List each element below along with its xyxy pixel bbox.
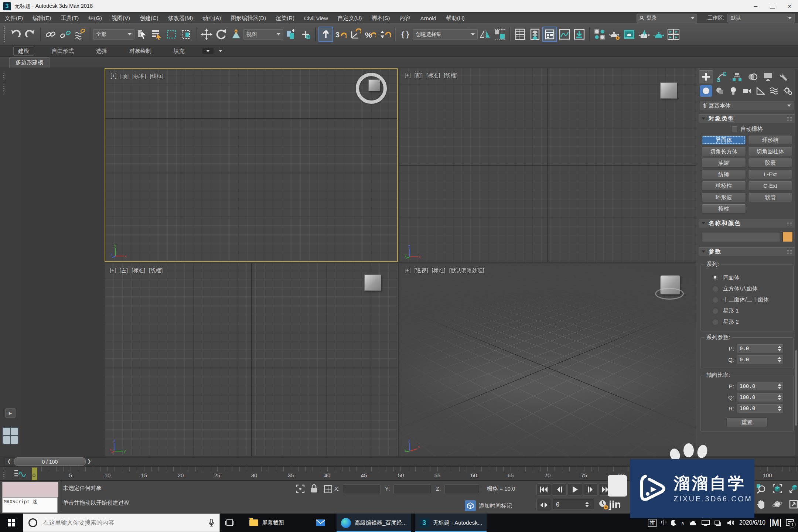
menu-civil-view[interactable]: Civil View: [299, 13, 333, 24]
helpers-category-icon[interactable]: [754, 85, 767, 97]
ribbon-tab-freeform[interactable]: 自由形式: [47, 47, 78, 55]
hedra-button[interactable]: 异面体: [702, 135, 746, 145]
ribbon-tab-modeling[interactable]: 建模: [13, 47, 34, 56]
zoom-extents-all-icon[interactable]: [787, 482, 798, 495]
radio-icon[interactable]: [712, 318, 719, 325]
reference-coordinate-dropdown[interactable]: 视图: [243, 29, 283, 40]
menu-animation[interactable]: 动画(A): [198, 13, 226, 24]
menu-help[interactable]: 帮助(H): [441, 13, 470, 24]
viewport-menu-view[interactable]: [顶]: [120, 73, 129, 80]
current-frame-field[interactable]: 0: [553, 499, 594, 510]
display-tray-icon[interactable]: [702, 520, 710, 526]
zoom-icon[interactable]: [754, 482, 768, 495]
viewport-menu-standard[interactable]: [标准]: [426, 72, 440, 79]
angle-snap-toggle-icon[interactable]: [348, 27, 363, 42]
capsule-button[interactable]: 胶囊: [748, 158, 792, 168]
dock-drag-handle[interactable]: [3, 71, 5, 93]
render-setup-icon[interactable]: [607, 27, 622, 42]
object-type-rollout-header[interactable]: 对象类型: [699, 114, 795, 123]
spinner-snap-toggle-icon[interactable]: [378, 27, 392, 42]
category-dropdown[interactable]: 扩展基本体: [700, 100, 794, 111]
viewport-menu-plus[interactable]: [+]: [405, 72, 411, 79]
ribbon-panel-polygon-modeling[interactable]: 多边形建模: [9, 57, 50, 68]
shapes-category-icon[interactable]: [713, 85, 726, 97]
toggle-ribbon-icon[interactable]: [542, 27, 557, 42]
play-button[interactable]: [567, 483, 582, 496]
object-name-input[interactable]: [701, 232, 780, 242]
viewport-menu-shading[interactable]: [线框]: [149, 267, 163, 274]
open-mini-curve-editor-icon[interactable]: [13, 469, 27, 478]
series-option-row[interactable]: 四面体: [701, 272, 793, 283]
axis-r-spinner[interactable]: 100.0: [737, 404, 784, 413]
render-in-cloud-icon[interactable]: [651, 27, 666, 42]
chamfer-cylinder-button[interactable]: 切角圆柱体: [748, 147, 792, 156]
search-input[interactable]: [42, 519, 203, 526]
axis-p-spinner[interactable]: 100.0: [737, 382, 784, 391]
expand-panel-button[interactable]: ▶: [5, 408, 16, 418]
space-warps-category-icon[interactable]: [768, 85, 781, 97]
viewport-front[interactable]: [+] [前] [标准] [线框] z x y: [399, 68, 696, 262]
go-to-start-button[interactable]: [536, 483, 551, 496]
reset-button[interactable]: 重置: [726, 417, 768, 427]
viewport-menu-shading[interactable]: [默认明暗处理]: [449, 267, 484, 274]
mirror-icon[interactable]: [478, 27, 492, 42]
trackbar-drag-handle[interactable]: [3, 468, 5, 479]
spindle-button[interactable]: 纺锤: [702, 170, 746, 179]
taskbar-app-edge[interactable]: 高级编辑器_百度经...: [337, 514, 411, 532]
select-and-manipulate-icon[interactable]: [298, 27, 313, 42]
viewport-perspective-label[interactable]: [+] [透视] [标准] [默认明暗处理]: [405, 267, 484, 274]
viewcube-icon[interactable]: [368, 79, 380, 91]
previous-frame-button[interactable]: [552, 483, 567, 496]
radio-icon[interactable]: [712, 296, 719, 303]
next-frame-arrow-icon[interactable]: ❯: [86, 458, 92, 465]
ribbon-tab-object-paint[interactable]: 对象绘制: [125, 47, 156, 55]
p-spinner[interactable]: 0.0: [737, 344, 784, 353]
series-option-row[interactable]: 星形 2: [701, 316, 793, 327]
viewport-menu-view[interactable]: [前]: [415, 72, 423, 79]
ring-wave-button[interactable]: 环形波: [702, 192, 746, 202]
select-and-link-icon[interactable]: [43, 27, 58, 42]
use-pivot-point-center-icon[interactable]: [283, 27, 298, 42]
viewport-layout-tabs-icon[interactable]: [2, 427, 18, 444]
radio-icon[interactable]: [712, 307, 719, 314]
lock-selection-icon[interactable]: [310, 483, 318, 494]
ime-tool-tray-icon[interactable]: M: [770, 519, 781, 527]
taskbar-app-mail[interactable]: [310, 514, 331, 532]
snaps-toggle-3d-icon[interactable]: 3: [333, 27, 348, 42]
workspace-dropdown[interactable]: 默认: [727, 14, 795, 23]
viewport-menu-shading[interactable]: [线框]: [444, 72, 457, 79]
taskbar-search[interactable]: [23, 514, 220, 532]
viewport-top-label[interactable]: [+] [顶] [标准] [线框]: [110, 73, 163, 80]
undo-icon[interactable]: [8, 27, 23, 42]
minimize-button[interactable]: ─: [747, 0, 764, 12]
z-coordinate-field[interactable]: [444, 484, 479, 494]
toggle-scene-explorer-icon[interactable]: [513, 27, 528, 42]
start-button[interactable]: [0, 514, 23, 532]
select-and-rotate-icon[interactable]: [214, 27, 229, 42]
render-production-icon[interactable]: [637, 27, 651, 42]
autogrid-checkbox[interactable]: [732, 126, 738, 132]
toggle-layer-explorer-icon[interactable]: [528, 27, 542, 42]
close-button[interactable]: ✕: [781, 0, 798, 12]
radio-selected-icon[interactable]: [712, 274, 719, 281]
keyboard-shortcut-override-icon[interactable]: [318, 27, 333, 42]
time-configuration-icon[interactable]: [596, 499, 610, 511]
onedrive-cloud-icon[interactable]: [689, 520, 697, 526]
absolute-mode-icon[interactable]: [324, 485, 332, 494]
open-in-viewport-grid-icon[interactable]: [666, 27, 681, 42]
name-color-rollout-header[interactable]: 名称和颜色: [699, 219, 795, 228]
select-and-move-icon[interactable]: [199, 27, 214, 42]
utilities-tab-icon[interactable]: [777, 70, 791, 83]
series-option-row[interactable]: 十二面体/二十面体: [701, 294, 793, 305]
maxscript-mini-listener-pink[interactable]: [2, 482, 58, 497]
selection-filter-dropdown[interactable]: 全部: [93, 29, 134, 40]
viewport-menu-shading[interactable]: [线框]: [150, 73, 163, 80]
align-icon[interactable]: [492, 27, 507, 42]
display-tab-icon[interactable]: [761, 70, 775, 83]
rectangular-selection-region-icon[interactable]: [164, 27, 179, 42]
viewport-menu-view[interactable]: [透视]: [415, 267, 428, 274]
l-ext-button[interactable]: L-Ext: [748, 170, 792, 179]
orbit-icon[interactable]: [771, 498, 784, 511]
redo-icon[interactable]: [23, 27, 38, 42]
viewport-left-label[interactable]: [+] [左] [标准] [线框]: [110, 267, 163, 274]
